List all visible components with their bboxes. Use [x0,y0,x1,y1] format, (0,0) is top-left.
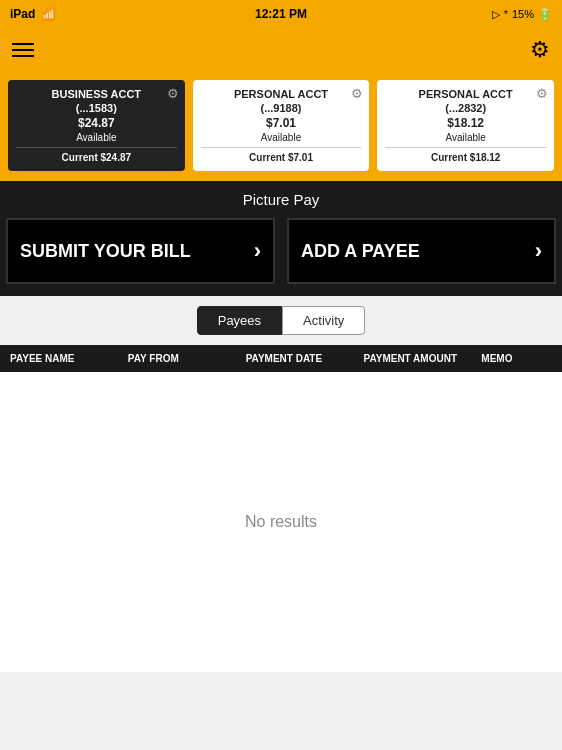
account-number-1: (...9188) [201,102,362,114]
accounts-section: ⚙ BUSINESS ACCT (...1583) $24.87 Availab… [0,72,562,181]
add-payee-button[interactable]: ADD A PAYEE › [287,218,556,284]
wifi-icon: 📶 [41,7,56,21]
nav-bar: ⚙ [0,28,562,72]
tab-payees[interactable]: Payees [197,306,282,335]
battery-level: 15% [512,8,534,20]
account-number-2: (...2832) [385,102,546,114]
status-bar: iPad 📶 12:21 PM ▷ * 15% 🔋 [0,0,562,28]
picture-pay-label: Picture Pay [243,191,320,208]
tab-payees-label: Payees [218,313,261,328]
location-icon: ▷ [492,8,500,21]
account-balance-2: $18.12 [385,116,546,130]
account-card-0[interactable]: ⚙ BUSINESS ACCT (...1583) $24.87 Availab… [8,80,185,171]
account-number-0: (...1583) [16,102,177,114]
menu-button[interactable] [12,43,34,57]
hamburger-line-2 [12,49,34,51]
action-buttons: SUBMIT YOUR BILL › ADD A PAYEE › [0,218,562,296]
account-available-1: Available [201,132,362,143]
time-display: 12:21 PM [255,7,307,21]
account-settings-icon-1[interactable]: ⚙ [351,86,363,101]
settings-button[interactable]: ⚙ [530,37,550,63]
account-settings-icon-2[interactable]: ⚙ [536,86,548,101]
add-payee-label: ADD A PAYEE [301,241,420,262]
hamburger-line-3 [12,55,34,57]
table-content: No results [0,372,562,672]
bluetooth-icon: * [504,8,508,20]
account-available-0: Available [16,132,177,143]
account-current-1: Current $7.01 [201,147,362,163]
battery-icon: 🔋 [538,8,552,21]
submit-bill-chevron: › [254,238,261,264]
account-available-2: Available [385,132,546,143]
tab-activity[interactable]: Activity [282,306,365,335]
col-header-payment-date: PAYMENT DATE [246,353,364,364]
no-results-label: No results [245,513,317,531]
tab-bar: Payees Activity [0,296,562,345]
col-header-memo: MEMO [481,353,552,364]
account-name-0: BUSINESS ACCT [16,88,177,100]
hamburger-line-1 [12,43,34,45]
account-settings-icon-0[interactable]: ⚙ [167,86,179,101]
account-card-2[interactable]: ⚙ PERSONAL ACCT (...2832) $18.12 Availab… [377,80,554,171]
account-current-0: Current $24.87 [16,147,177,163]
submit-bill-button[interactable]: SUBMIT YOUR BILL › [6,218,275,284]
table-header: PAYEE NAME PAY FROM PAYMENT DATE PAYMENT… [0,345,562,372]
submit-bill-label: SUBMIT YOUR BILL [20,241,191,262]
col-header-payment-amount: PAYMENT AMOUNT [363,353,481,364]
account-balance-0: $24.87 [16,116,177,130]
tab-activity-label: Activity [303,313,344,328]
account-current-2: Current $18.12 [385,147,546,163]
account-name-2: PERSONAL ACCT [385,88,546,100]
account-balance-1: $7.01 [201,116,362,130]
picture-pay-banner: Picture Pay [0,181,562,218]
add-payee-chevron: › [535,238,542,264]
col-header-payee-name: PAYEE NAME [10,353,128,364]
account-card-1[interactable]: ⚙ PERSONAL ACCT (...9188) $7.01 Availabl… [193,80,370,171]
device-label: iPad [10,7,35,21]
account-name-1: PERSONAL ACCT [201,88,362,100]
col-header-pay-from: PAY FROM [128,353,246,364]
